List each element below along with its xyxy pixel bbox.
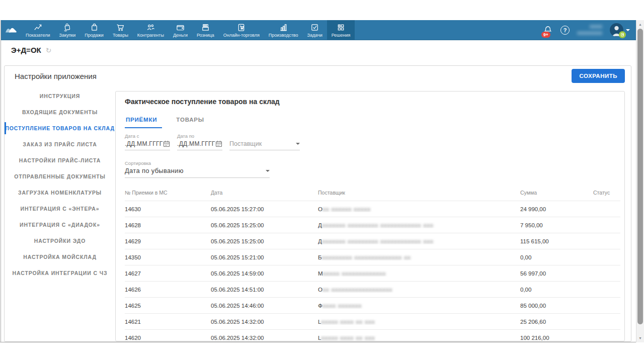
supplier-redacted-text: xxxxxxxxx xxxxxxxxxxxxxx xx bbox=[322, 254, 411, 260]
sidebar-item-label: ЗАКАЗ ИЗ ПРАЙС ЛИСТА bbox=[23, 141, 97, 147]
top-nav-item[interactable]: Контрагенты bbox=[133, 20, 169, 40]
sort-select[interactable]: Сортировка Дата по убыванию bbox=[125, 159, 270, 178]
sidebar-item[interactable]: ЗАГРУЗКА НОМЕНКЛАТУРЫ bbox=[5, 185, 115, 201]
top-nav-item-label: Продажи bbox=[85, 33, 104, 38]
section-title: Фактическое поступление товаров на склад bbox=[125, 98, 620, 106]
table-row[interactable]: 14627 05.06.2025 14:59:00 Мxxxxx xxxxxxx… bbox=[125, 265, 620, 282]
table-row[interactable]: 14621 05.06.2025 14:32:00 Lxxxxx xxxx xx… bbox=[125, 314, 620, 330]
table-row[interactable]: 14620 05.06.2025 14:32:00 Lxxxxx xxxx xx… bbox=[125, 330, 620, 342]
sidebar-item[interactable]: ИНСТРУКЦИЯ bbox=[5, 88, 115, 104]
cell-date: 05.06.2025 15:21:00 bbox=[211, 254, 318, 260]
top-nav-item[interactable]: Онлайн-торговля bbox=[219, 20, 264, 40]
table-row[interactable]: 14630 05.06.2025 15:27:00 Оxx xxxxxx xxx… bbox=[125, 201, 620, 217]
top-nav-item[interactable]: Товары bbox=[108, 20, 133, 40]
table-row[interactable]: 14626 05.06.2025 14:51:00 Оxx xxxxxxxxxx… bbox=[125, 282, 620, 298]
cell-receipt-number: 14628 bbox=[125, 222, 211, 228]
supplier-redacted-text: xxxxxxx xxxxxxxxx xxxxxxxxxxxx xxx bbox=[322, 222, 434, 228]
sidebar-item[interactable]: НАСТРОЙКА ИНТЕГРАЦИИ С ЧЗ bbox=[5, 265, 115, 281]
table-row[interactable]: 14629 05.06.2025 15:25:00 Дxxxxxxx xxxxx… bbox=[125, 233, 620, 249]
table-body: 14630 05.06.2025 15:27:00 Оxx xxxxxx xxx… bbox=[125, 201, 620, 342]
save-button[interactable]: СОХРАНИТЬ bbox=[572, 69, 625, 83]
workspace-header: Э+Д=ОК ↻ bbox=[11, 46, 51, 54]
top-nav-item-label: Производство bbox=[269, 33, 298, 38]
cell-sum: 115 615,00 bbox=[520, 238, 593, 244]
scrollbar-up-arrow-icon[interactable]: ▲ bbox=[636, 21, 644, 28]
top-nav-item[interactable]: Деньги bbox=[169, 20, 192, 40]
sidebar-item-label: НАСТРОЙКА ИНТЕГРАЦИИ С ЧЗ bbox=[13, 270, 108, 276]
top-nav-item[interactable]: Розница bbox=[192, 20, 219, 40]
table-row[interactable]: 14350 05.06.2025 15:21:00 Бxxxxxxxxx xxx… bbox=[125, 249, 620, 265]
supplier-select[interactable]: Поставщик bbox=[229, 132, 300, 150]
window-bottom-border bbox=[0, 342, 644, 342]
supplier-redacted-text: xxxxx xxxxxxxxxxxxx bbox=[323, 270, 386, 277]
calendar-icon[interactable] bbox=[163, 140, 170, 147]
settings-panel-header: Настройки приложения СОХРАНИТЬ bbox=[5, 66, 631, 86]
top-nav-item-icon bbox=[116, 23, 125, 32]
top-nav-item-label: Показатели bbox=[26, 33, 50, 38]
cell-date: 05.06.2025 15:25:00 bbox=[211, 222, 318, 228]
sidebar-item[interactable]: ОТПРАВЛЕННЫЕ ДОКУМЕНТЫ bbox=[5, 168, 115, 185]
scrollbar-down-arrow-icon[interactable]: ▼ bbox=[636, 334, 644, 342]
cell-receipt-number: 14620 bbox=[125, 335, 211, 341]
table-row[interactable]: 14628 05.06.2025 15:25:00 Дxxxxxxx xxxxx… bbox=[125, 217, 620, 233]
cell-receipt-number: 14625 bbox=[125, 303, 211, 309]
cell-sum: 56 997,00 bbox=[520, 270, 593, 277]
tab-receipts[interactable]: ПРИЁМКИ bbox=[125, 117, 162, 128]
sidebar-item-label: ИНТЕГРАЦИЯ С «ЭНТЕРА» bbox=[20, 206, 99, 212]
tab-goods[interactable]: ТОВАРЫ bbox=[175, 117, 209, 128]
top-nav-item[interactable]: Продажи bbox=[80, 20, 108, 40]
vertical-scrollbar[interactable]: ▲ ▼ bbox=[636, 20, 644, 342]
top-nav-item-icon bbox=[236, 23, 246, 32]
top-nav-item-label: Розница bbox=[197, 33, 214, 38]
cell-supplier: Оxx xxxxxx xxxxx bbox=[318, 206, 520, 212]
cell-supplier: Мxxxxx xxxxxxxxxxxxx bbox=[318, 270, 520, 277]
account-name-line2-redacted: xxxxxxxxxx bbox=[577, 31, 602, 36]
supplier-redacted-text: xxxxxxx xxxxxxxxx xxxxxxxxxxxx xxx bbox=[322, 238, 434, 244]
sidebar-item[interactable]: ЗАКАЗ ИЗ ПРАЙС ЛИСТА bbox=[5, 136, 115, 152]
sidebar-item[interactable]: ИНТЕГРАЦИЯ С «ДИАДОК» bbox=[5, 217, 115, 233]
top-nav-item-icon bbox=[336, 23, 346, 32]
chevron-down-icon bbox=[266, 170, 270, 172]
settings-panel-title: Настройки приложения bbox=[15, 72, 97, 80]
help-icon[interactable]: ? bbox=[560, 26, 570, 35]
settings-panel: Настройки приложения СОХРАНИТЬ ИНСТРУКЦИ… bbox=[4, 65, 631, 342]
sidebar-item-label: ВХОДЯЩИЕ ДОКУМЕНТЫ bbox=[22, 109, 98, 115]
table-row[interactable]: 14625 05.06.2025 14:46:00 Фxxxx xxxxxxx … bbox=[125, 298, 620, 314]
supplier-redacted-text: xxxx xxxxxxx bbox=[323, 303, 362, 309]
supplier-redacted-text: xx xxxxxxxxxxxxxxxxxx bbox=[323, 287, 392, 293]
top-nav-item-icon bbox=[201, 23, 210, 32]
notifications-count-badge: 9+ bbox=[541, 32, 550, 38]
cell-supplier: Оxx xxxxxxxxxxxxxxxxxx bbox=[318, 287, 520, 293]
cell-date: 05.06.2025 14:59:00 bbox=[211, 270, 318, 277]
cell-date: 05.06.2025 15:27:00 bbox=[211, 206, 318, 212]
account-name[interactable]: xxxxx xxxxxxxxxx bbox=[577, 24, 602, 36]
sidebar-item[interactable]: НАСТРОЙКА МОЙСКЛАД bbox=[5, 249, 115, 265]
sidebar-item[interactable]: ВХОДЯЩИЕ ДОКУМЕНТЫ bbox=[5, 104, 115, 120]
user-menu[interactable] bbox=[610, 23, 630, 37]
date-from-value: .ДД.ММ.ГГГГ bbox=[125, 140, 163, 147]
scrollbar-thumb[interactable] bbox=[637, 29, 643, 324]
top-nav-item[interactable]: Показатели bbox=[21, 20, 54, 40]
refresh-icon[interactable]: ↻ bbox=[46, 47, 52, 54]
col-header-status: Статус bbox=[593, 190, 620, 196]
top-nav-item-icon bbox=[176, 23, 185, 32]
sidebar-item[interactable]: НАСТРОЙКИ ПРАЙС-ЛИСТА bbox=[5, 152, 115, 168]
cell-supplier: Дxxxxxxx xxxxxxxxx xxxxxxxxxxxx xxx bbox=[318, 238, 520, 244]
date-from-field[interactable]: Дата с .ДД.ММ.ГГГГ bbox=[125, 132, 170, 150]
calendar-icon[interactable] bbox=[215, 140, 222, 147]
sidebar-item[interactable]: НАСТРОЙКИ ЭДО bbox=[5, 233, 115, 249]
date-to-field[interactable]: Дата по .ДД.ММ.ГГГГ bbox=[177, 132, 222, 150]
top-nav-item[interactable]: Закупки bbox=[54, 20, 80, 40]
col-header-supplier: Поставщик bbox=[318, 190, 520, 196]
top-nav-item[interactable]: Задачи bbox=[302, 20, 327, 40]
sidebar-item[interactable]: ИНТЕГРАЦИЯ С «ЭНТЕРА» bbox=[5, 201, 115, 217]
window-left-border bbox=[1, 20, 1, 342]
top-nav-item[interactable]: Решения bbox=[327, 20, 355, 40]
receipts-section: Фактическое поступление товаров на склад… bbox=[115, 91, 625, 341]
sidebar-item[interactable]: ПОСТУПЛЕНИЕ ТОВАРОВ НА СКЛАД bbox=[5, 120, 115, 136]
notifications-bell-icon[interactable]: 9+ bbox=[543, 25, 553, 35]
top-nav-item[interactable]: Производство bbox=[264, 20, 303, 40]
settings-panel-body: ИНСТРУКЦИЯ ВХОДЯЩИЕ ДОКУМЕНТЫ ПОСТУПЛЕНИ… bbox=[5, 86, 631, 341]
moysklad-logo-icon[interactable] bbox=[1, 20, 21, 40]
cell-sum: 24 990,00 bbox=[520, 206, 593, 212]
